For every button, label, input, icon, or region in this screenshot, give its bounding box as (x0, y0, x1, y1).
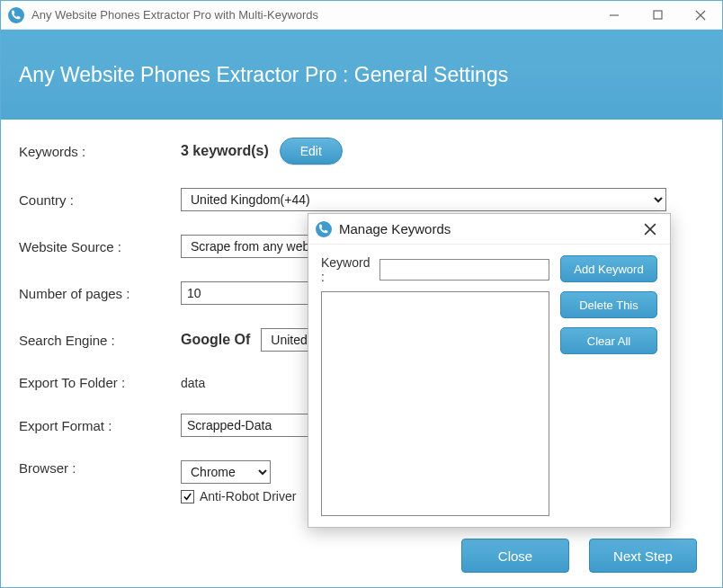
keyword-input-label: Keyword : (321, 255, 372, 284)
dialog-title: Manage Keywords (339, 221, 451, 236)
delete-keyword-button[interactable]: Delete This (560, 291, 657, 318)
close-page-button[interactable]: Close (461, 539, 569, 573)
engine-label: Search Engine : (19, 333, 181, 348)
country-label: Country : (19, 192, 181, 208)
browser-select[interactable]: Chrome (181, 460, 271, 484)
close-button[interactable] (679, 1, 722, 30)
anti-robot-checkbox[interactable] (181, 490, 194, 503)
clear-all-button[interactable]: Clear All (560, 327, 657, 354)
window-title: Any Website Phones Extractor Pro with Mu… (31, 8, 318, 22)
keywords-label: Keywords : (19, 144, 181, 159)
manage-keywords-dialog: Manage Keywords Keyword : Add Keyword De… (308, 213, 671, 528)
titlebar: Any Website Phones Extractor Pro with Mu… (1, 1, 722, 30)
country-select[interactable]: United Kingdom(+44) (181, 188, 666, 211)
maximize-button[interactable] (636, 1, 679, 30)
dialog-titlebar: Manage Keywords (308, 214, 670, 245)
svg-point-0 (8, 7, 24, 23)
svg-rect-2 (654, 11, 662, 19)
next-step-button[interactable]: Next Step (589, 539, 697, 573)
website-source-label: Website Source : (19, 239, 181, 254)
edit-keywords-button[interactable]: Edit (280, 138, 343, 165)
add-keyword-button[interactable]: Add Keyword (560, 255, 657, 282)
header-band: Any Website Phones Extractor Pro : Gener… (1, 30, 722, 120)
engine-prefix: Google Of (181, 332, 250, 348)
keyword-input[interactable] (379, 259, 549, 281)
keyword-list[interactable] (321, 291, 549, 516)
footer-buttons: Close Next Step (461, 539, 697, 573)
pages-label: Number of pages : (19, 286, 181, 301)
export-folder-value: data (181, 376, 205, 390)
export-format-label: Export Format : (19, 418, 181, 433)
dialog-close-button[interactable] (638, 217, 663, 242)
svg-point-5 (316, 221, 332, 237)
minimize-button[interactable] (593, 1, 636, 30)
phone-icon (8, 7, 24, 23)
browser-label: Browser : (19, 460, 181, 476)
page-title: Any Website Phones Extractor Pro : Gener… (19, 63, 508, 87)
export-folder-label: Export To Folder : (19, 375, 181, 390)
anti-robot-label: Anti-Robot Driver (200, 489, 296, 503)
phone-icon (316, 221, 332, 237)
keywords-count: 3 keyword(s) (181, 143, 269, 159)
